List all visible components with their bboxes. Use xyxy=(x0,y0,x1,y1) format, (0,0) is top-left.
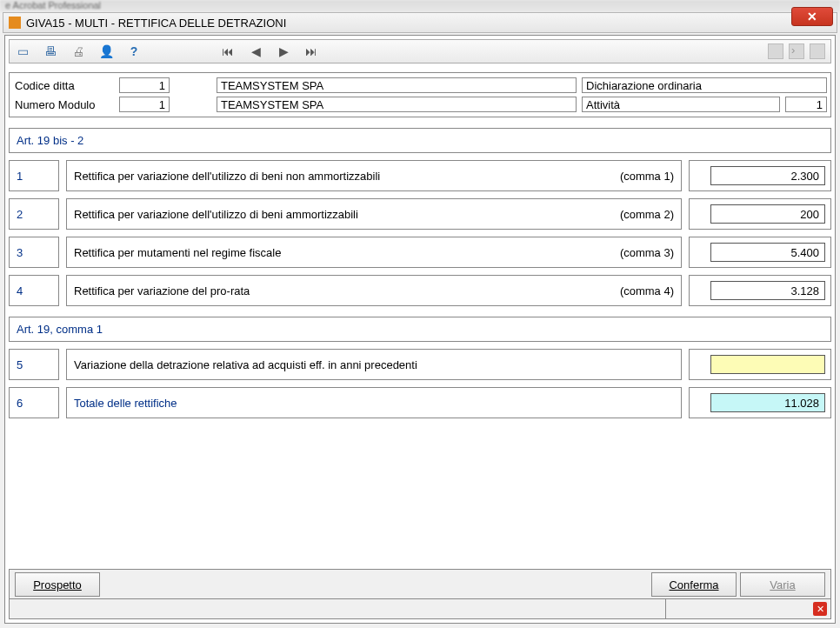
status-bar: ✕ xyxy=(9,598,831,619)
header-block: Codice ditta 1 TEAMSYSTEM SPA Dichiarazi… xyxy=(9,72,831,117)
dichiarazione-field: Dichiarazione ordinaria xyxy=(582,77,827,93)
attivita-label-field: Attività xyxy=(582,97,780,112)
nav-first-icon[interactable]: ⏮ xyxy=(220,43,236,59)
row-value-cell: 5.400 xyxy=(689,237,831,268)
varia-button[interactable]: Varia xyxy=(740,572,825,597)
conferma-button[interactable]: Conferma xyxy=(651,572,737,597)
row-description: Variazione della detrazione relativa ad … xyxy=(66,349,682,380)
toolbar: ▭ 🖶 🖨 👤 ? ⏮ ◀ ▶ ⏭ › xyxy=(9,39,831,63)
app-icon xyxy=(9,17,21,29)
row-value-cell xyxy=(689,349,831,380)
row-description: Rettifica per mutamenti nel regime fisca… xyxy=(66,237,682,268)
numero-modulo-label: Numero Modulo xyxy=(13,98,119,111)
row-value-cell: 11.028 xyxy=(689,387,831,418)
form-area: Codice ditta 1 TEAMSYSTEM SPA Dichiarazi… xyxy=(9,72,831,576)
codice-ditta-label: Codice ditta xyxy=(13,79,119,92)
user-icon[interactable]: 👤 xyxy=(98,43,114,59)
main-frame: ▭ 🖶 🖨 👤 ? ⏮ ◀ ▶ ⏭ › Codice ditta 1 TEAMS… xyxy=(4,35,836,624)
form-row-3: 3Rettifica per mutamenti nel regime fisc… xyxy=(9,237,831,268)
row-value-input[interactable]: 3.128 xyxy=(710,281,825,300)
row-value-cell: 200 xyxy=(689,198,831,230)
tool-square-1[interactable] xyxy=(768,43,783,59)
status-panel: ✕ xyxy=(665,599,830,618)
row-description: Totale delle rettifiche xyxy=(66,387,682,418)
close-icon: ✕ xyxy=(807,10,817,23)
ditta-name2-field: TEAMSYSTEM SPA xyxy=(217,97,577,112)
row-number: 4 xyxy=(9,275,59,306)
print-icon[interactable]: 🖶 xyxy=(43,43,58,59)
background-app-title: e Acrobat Professional xyxy=(0,0,840,12)
form-row-4: 4Rettifica per variazione del pro-rata(c… xyxy=(9,275,831,306)
row-number: 5 xyxy=(9,349,59,380)
row-number: 1 xyxy=(9,160,59,191)
row-value-input[interactable]: 11.028 xyxy=(710,393,825,412)
row-number: 3 xyxy=(9,237,59,268)
row-value-input[interactable] xyxy=(710,355,825,374)
row-value-input[interactable]: 2.300 xyxy=(710,166,825,185)
form-row-5: 5Variazione della detrazione relativa ad… xyxy=(9,349,831,380)
row-value-input[interactable]: 5.400 xyxy=(710,243,825,262)
window-title: GIVA15 - MULTI - RETTIFICA DELLE DETRAZI… xyxy=(26,17,286,30)
tool-square-2[interactable]: › xyxy=(789,43,804,59)
window-close-button[interactable]: ✕ xyxy=(791,7,833,26)
nav-prev-icon[interactable]: ◀ xyxy=(248,43,263,59)
window-titlebar: GIVA15 - MULTI - RETTIFICA DELLE DETRAZI… xyxy=(3,12,837,33)
help-icon[interactable]: ? xyxy=(126,43,142,59)
row-value-input[interactable]: 200 xyxy=(710,204,825,224)
ditta-name-field: TEAMSYSTEM SPA xyxy=(217,77,577,93)
tool-square-3[interactable] xyxy=(810,43,825,59)
row-number: 2 xyxy=(9,198,59,230)
section2-title: Art. 19, comma 1 xyxy=(9,317,831,342)
section1-title: Art. 19 bis - 2 xyxy=(9,128,831,153)
row-description: Rettifica per variazione del pro-rata(co… xyxy=(66,275,682,306)
card-icon[interactable]: ▭ xyxy=(15,43,30,59)
prospetto-button[interactable]: Prospetto xyxy=(15,572,100,597)
row-description: Rettifica per variazione dell'utilizzo d… xyxy=(66,160,682,191)
form-row-1: 1Rettifica per variazione dell'utilizzo … xyxy=(9,160,831,191)
form-row-2: 2Rettifica per variazione dell'utilizzo … xyxy=(9,198,831,230)
row-value-cell: 3.128 xyxy=(689,275,831,306)
row-description: Rettifica per variazione dell'utilizzo d… xyxy=(66,198,682,230)
form-row-6: 6Totale delle rettifiche11.028 xyxy=(9,387,831,418)
row-number: 6 xyxy=(9,387,59,418)
codice-ditta-input[interactable]: 1 xyxy=(119,77,170,93)
bottom-bar: Prospetto Conferma Varia xyxy=(9,569,831,600)
numero-modulo-input[interactable]: 1 xyxy=(119,97,170,112)
printer2-icon[interactable]: 🖨 xyxy=(70,43,86,59)
status-error-icon[interactable]: ✕ xyxy=(813,602,827,616)
row-value-cell: 2.300 xyxy=(689,160,831,191)
nav-last-icon[interactable]: ⏭ xyxy=(303,43,319,59)
nav-next-icon[interactable]: ▶ xyxy=(276,43,291,59)
attivita-value-input[interactable]: 1 xyxy=(785,97,827,112)
